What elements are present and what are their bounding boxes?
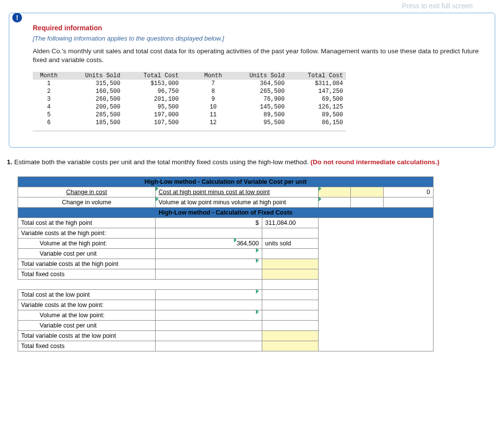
- row-label: Total variable costs at the low point: [18, 331, 156, 341]
- data-cell: 10: [197, 103, 229, 111]
- data-cell: 160,500: [65, 87, 123, 95]
- data-cell: 11: [197, 111, 229, 119]
- data-cell: 69,500: [288, 95, 346, 103]
- table-divider: [33, 131, 346, 131]
- row-value-1[interactable]: [156, 310, 262, 321]
- row-label: Volume at the high point:: [18, 239, 156, 249]
- data-cell: 364,500: [229, 80, 287, 87]
- change-in-cost-label[interactable]: Change in cost: [18, 187, 156, 197]
- cost-data-table: Month Units Sold Total Cost Month Units …: [33, 70, 346, 131]
- row-value-1[interactable]: [156, 290, 262, 300]
- row-value-1[interactable]: $: [156, 218, 262, 228]
- row-value-1[interactable]: [156, 249, 262, 259]
- change-in-cost-input[interactable]: [319, 187, 351, 197]
- row-value-1[interactable]: [156, 321, 262, 331]
- row-label: Total variable costs at the high point: [18, 259, 156, 269]
- data-cell: 12: [197, 119, 229, 127]
- data-cell: 5: [33, 111, 65, 119]
- data-cell: 9: [197, 95, 229, 103]
- data-cell: 126,125: [288, 103, 346, 111]
- row-label: Volume at the low point:: [18, 310, 156, 321]
- row-label: Total fixed costs: [18, 341, 156, 351]
- data-cell: $153,000: [123, 80, 182, 87]
- change-in-cost-dropdown[interactable]: Cost at high point minus cost at low poi…: [156, 187, 319, 197]
- data-cell: 185,500: [65, 119, 123, 127]
- data-cell: 145,500: [229, 103, 287, 111]
- row-value-2[interactable]: 311,084.00: [262, 218, 318, 228]
- data-cell: 147,250: [288, 87, 346, 95]
- row-value-2[interactable]: [262, 300, 318, 310]
- question-instruction: (Do not round intermediate calculations.…: [311, 158, 439, 166]
- high-low-worksheet: High-Low method - Calculation of Variabl…: [18, 176, 434, 351]
- data-cell: 89,500: [229, 111, 287, 119]
- data-cell: 95,500: [229, 119, 287, 127]
- col-header-month-2: Month: [197, 72, 229, 80]
- change-in-cost-input-2[interactable]: [351, 187, 383, 197]
- data-cell: 197,000: [123, 111, 182, 119]
- row-value-2[interactable]: units sold: [262, 239, 318, 249]
- row-value-1[interactable]: [156, 341, 262, 351]
- data-cell: 6: [33, 119, 65, 127]
- question-text: Estimate both the variable costs per uni…: [12, 158, 310, 166]
- row-value-2[interactable]: [262, 341, 318, 351]
- data-cell: 3: [33, 95, 65, 103]
- row-label: Variable cost per unit: [18, 249, 156, 259]
- row-label: Total cost at the high point: [18, 218, 156, 228]
- data-cell: 4: [33, 103, 65, 111]
- row-value-1[interactable]: [156, 269, 262, 280]
- row-value-2[interactable]: [262, 269, 318, 280]
- data-cell: 260,500: [65, 95, 123, 103]
- col-header-units-1: Units Sold: [65, 72, 123, 80]
- change-in-volume-input[interactable]: [319, 197, 351, 208]
- col-header-cost-1: Total Cost: [123, 72, 182, 80]
- data-cell: 201,100: [123, 95, 182, 103]
- row-label: Variable costs at the low point:: [18, 300, 156, 310]
- row-value-2[interactable]: [262, 331, 318, 341]
- data-cell: 315,500: [65, 80, 123, 87]
- scenario-paragraph: Alden Co.'s monthly unit sales and total…: [33, 47, 481, 65]
- row-value-1[interactable]: [156, 300, 262, 310]
- row-value-1[interactable]: 364,500: [156, 239, 262, 249]
- row-value-1[interactable]: [156, 259, 262, 269]
- data-cell: 285,500: [65, 111, 123, 119]
- col-header-month-1: Month: [33, 72, 65, 80]
- required-subtitle: [The following information applies to th…: [33, 35, 481, 42]
- data-cell: 265,500: [229, 87, 287, 95]
- row-label: Total fixed costs: [18, 269, 156, 280]
- data-cell: 1: [33, 80, 65, 87]
- variable-cost-result: 0: [383, 187, 433, 197]
- row-value-2[interactable]: [262, 228, 318, 239]
- row-value-2[interactable]: [262, 249, 318, 259]
- row-value-1[interactable]: [156, 228, 262, 239]
- row-value-2[interactable]: [262, 290, 318, 300]
- question-number: 1.: [7, 158, 12, 166]
- change-in-volume-label[interactable]: Change in volume: [18, 197, 156, 208]
- data-cell: 96,750: [123, 87, 182, 95]
- required-title: Required information: [33, 24, 481, 32]
- col-header-units-2: Units Sold: [229, 72, 287, 80]
- spacer-row: [18, 280, 156, 290]
- hl-header-variable: High-Low method - Calculation of Variabl…: [18, 177, 434, 187]
- data-cell: 95,500: [123, 103, 182, 111]
- col-header-cost-2: Total Cost: [288, 72, 346, 80]
- data-cell: $311,084: [288, 80, 346, 87]
- row-value-1[interactable]: [156, 331, 262, 341]
- row-value-2[interactable]: [262, 321, 318, 331]
- row-value-2[interactable]: [262, 259, 318, 269]
- data-cell: 107,500: [123, 119, 182, 127]
- data-cell: 8: [197, 87, 229, 95]
- question-1: 1. Estimate both the variable costs per …: [7, 158, 497, 166]
- change-in-volume-dropdown[interactable]: Volume at low point minus volume at high…: [156, 197, 319, 208]
- data-cell: 89,500: [288, 111, 346, 119]
- row-label: Variable cost per unit: [18, 321, 156, 331]
- row-label: Variable costs at the high point:: [18, 228, 156, 239]
- row-value-2[interactable]: [262, 310, 318, 321]
- change-in-volume-input-2[interactable]: [351, 197, 383, 208]
- data-cell: 7: [197, 80, 229, 87]
- data-cell: 86,150: [288, 119, 346, 127]
- data-cell: 2: [33, 87, 65, 95]
- data-cell: 200,500: [65, 103, 123, 111]
- fullscreen-hint: Press to exit full screen: [400, 0, 475, 12]
- row-label: Total cost at the low point: [18, 290, 156, 300]
- data-cell: 76,900: [229, 95, 287, 103]
